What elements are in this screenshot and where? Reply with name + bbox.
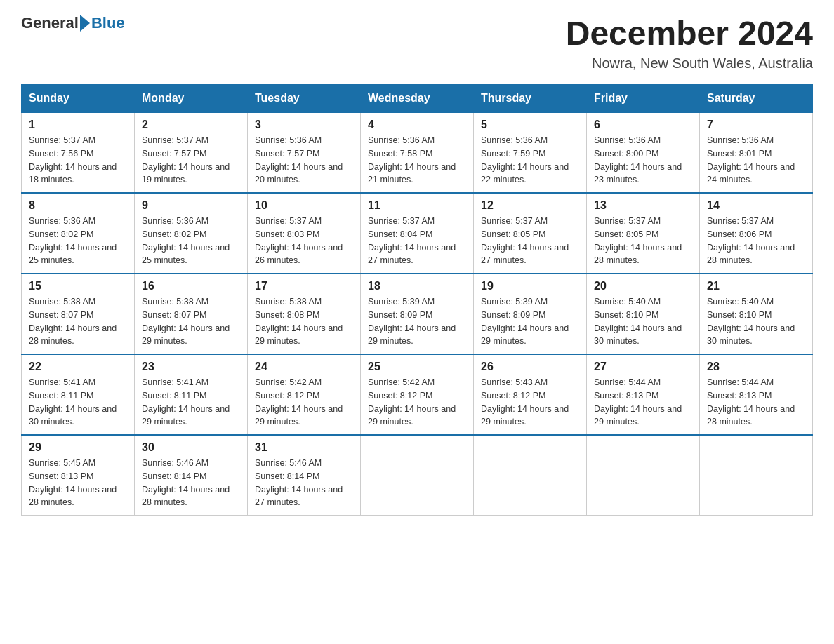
calendar-cell: 10Sunrise: 5:37 AMSunset: 8:03 PMDayligh… <box>248 193 361 274</box>
day-number: 23 <box>142 361 240 373</box>
calendar-week-4: 22Sunrise: 5:41 AMSunset: 8:11 PMDayligh… <box>22 354 813 435</box>
calendar-header-thursday: Thursday <box>474 85 587 113</box>
calendar-cell: 5Sunrise: 5:36 AMSunset: 7:59 PMDaylight… <box>474 112 587 193</box>
calendar-cell: 22Sunrise: 5:41 AMSunset: 8:11 PMDayligh… <box>22 354 135 435</box>
day-info: Sunrise: 5:37 AMSunset: 7:56 PMDaylight:… <box>29 134 127 187</box>
day-number: 10 <box>255 199 353 212</box>
day-info: Sunrise: 5:46 AMSunset: 8:14 PMDaylight:… <box>255 457 353 509</box>
calendar-cell: 28Sunrise: 5:44 AMSunset: 8:13 PMDayligh… <box>700 354 813 435</box>
calendar-cell: 12Sunrise: 5:37 AMSunset: 8:05 PMDayligh… <box>474 193 587 274</box>
calendar-cell <box>587 435 700 516</box>
day-number: 26 <box>481 361 579 373</box>
logo-blue-text: Blue <box>91 14 125 32</box>
calendar-cell: 14Sunrise: 5:37 AMSunset: 8:06 PMDayligh… <box>700 193 813 274</box>
day-info: Sunrise: 5:36 AMSunset: 8:01 PMDaylight:… <box>707 134 805 187</box>
calendar-cell: 2Sunrise: 5:37 AMSunset: 7:57 PMDaylight… <box>135 112 248 193</box>
calendar-header-wednesday: Wednesday <box>361 85 474 113</box>
day-number: 24 <box>255 361 353 373</box>
calendar-cell: 27Sunrise: 5:44 AMSunset: 8:13 PMDayligh… <box>587 354 700 435</box>
day-info: Sunrise: 5:41 AMSunset: 8:11 PMDaylight:… <box>142 376 240 429</box>
day-number: 22 <box>29 361 127 373</box>
day-info: Sunrise: 5:37 AMSunset: 8:05 PMDaylight:… <box>594 215 692 267</box>
calendar-table: SundayMondayTuesdayWednesdayThursdayFrid… <box>21 84 813 516</box>
calendar-cell: 17Sunrise: 5:38 AMSunset: 8:08 PMDayligh… <box>248 274 361 354</box>
day-info: Sunrise: 5:36 AMSunset: 7:57 PMDaylight:… <box>255 134 353 187</box>
day-number: 18 <box>368 280 466 293</box>
day-number: 1 <box>29 119 127 131</box>
calendar-cell: 23Sunrise: 5:41 AMSunset: 8:11 PMDayligh… <box>135 354 248 435</box>
day-info: Sunrise: 5:44 AMSunset: 8:13 PMDaylight:… <box>594 376 692 429</box>
day-info: Sunrise: 5:36 AMSunset: 8:00 PMDaylight:… <box>594 134 692 187</box>
calendar-header-row: SundayMondayTuesdayWednesdayThursdayFrid… <box>22 85 813 113</box>
day-number: 20 <box>594 280 692 293</box>
calendar-week-1: 1Sunrise: 5:37 AMSunset: 7:56 PMDaylight… <box>22 112 813 193</box>
day-number: 31 <box>255 441 353 454</box>
calendar-cell: 9Sunrise: 5:36 AMSunset: 8:02 PMDaylight… <box>135 193 248 274</box>
day-info: Sunrise: 5:44 AMSunset: 8:13 PMDaylight:… <box>707 376 805 429</box>
calendar-cell: 8Sunrise: 5:36 AMSunset: 8:02 PMDaylight… <box>22 193 135 274</box>
day-number: 29 <box>29 441 127 454</box>
day-info: Sunrise: 5:40 AMSunset: 8:10 PMDaylight:… <box>707 295 805 348</box>
day-number: 5 <box>481 119 579 131</box>
day-info: Sunrise: 5:37 AMSunset: 8:04 PMDaylight:… <box>368 215 466 267</box>
calendar-cell: 26Sunrise: 5:43 AMSunset: 8:12 PMDayligh… <box>474 354 587 435</box>
calendar-header-monday: Monday <box>135 85 248 113</box>
day-info: Sunrise: 5:37 AMSunset: 8:06 PMDaylight:… <box>707 215 805 267</box>
day-info: Sunrise: 5:39 AMSunset: 8:09 PMDaylight:… <box>368 295 466 348</box>
calendar-cell: 13Sunrise: 5:37 AMSunset: 8:05 PMDayligh… <box>587 193 700 274</box>
day-number: 8 <box>29 199 127 212</box>
day-info: Sunrise: 5:42 AMSunset: 8:12 PMDaylight:… <box>368 376 466 429</box>
calendar-week-2: 8Sunrise: 5:36 AMSunset: 8:02 PMDaylight… <box>22 193 813 274</box>
calendar-cell: 1Sunrise: 5:37 AMSunset: 7:56 PMDaylight… <box>22 112 135 193</box>
calendar-cell: 24Sunrise: 5:42 AMSunset: 8:12 PMDayligh… <box>248 354 361 435</box>
day-number: 14 <box>707 199 805 212</box>
day-info: Sunrise: 5:38 AMSunset: 8:07 PMDaylight:… <box>142 295 240 348</box>
calendar-cell <box>474 435 587 516</box>
logo-general-text: General <box>21 14 79 32</box>
day-number: 16 <box>142 280 240 293</box>
calendar-cell: 11Sunrise: 5:37 AMSunset: 8:04 PMDayligh… <box>361 193 474 274</box>
title-area: December 2024 Nowra, New South Wales, Au… <box>566 14 813 72</box>
calendar-cell: 25Sunrise: 5:42 AMSunset: 8:12 PMDayligh… <box>361 354 474 435</box>
day-info: Sunrise: 5:41 AMSunset: 8:11 PMDaylight:… <box>29 376 127 429</box>
day-number: 19 <box>481 280 579 293</box>
page-title: December 2024 <box>566 14 813 53</box>
calendar-cell: 31Sunrise: 5:46 AMSunset: 8:14 PMDayligh… <box>248 435 361 516</box>
calendar-cell: 19Sunrise: 5:39 AMSunset: 8:09 PMDayligh… <box>474 274 587 354</box>
day-info: Sunrise: 5:39 AMSunset: 8:09 PMDaylight:… <box>481 295 579 348</box>
calendar-cell: 20Sunrise: 5:40 AMSunset: 8:10 PMDayligh… <box>587 274 700 354</box>
day-info: Sunrise: 5:38 AMSunset: 8:08 PMDaylight:… <box>255 295 353 348</box>
day-number: 6 <box>594 119 692 131</box>
day-info: Sunrise: 5:40 AMSunset: 8:10 PMDaylight:… <box>594 295 692 348</box>
day-info: Sunrise: 5:37 AMSunset: 7:57 PMDaylight:… <box>142 134 240 187</box>
calendar-cell: 3Sunrise: 5:36 AMSunset: 7:57 PMDaylight… <box>248 112 361 193</box>
day-number: 11 <box>368 199 466 212</box>
calendar-header-friday: Friday <box>587 85 700 113</box>
page-subtitle: Nowra, New South Wales, Australia <box>566 55 813 72</box>
day-number: 15 <box>29 280 127 293</box>
day-number: 4 <box>368 119 466 131</box>
calendar-cell: 21Sunrise: 5:40 AMSunset: 8:10 PMDayligh… <box>700 274 813 354</box>
calendar-cell: 29Sunrise: 5:45 AMSunset: 8:13 PMDayligh… <box>22 435 135 516</box>
day-number: 12 <box>481 199 579 212</box>
day-number: 2 <box>142 119 240 131</box>
day-info: Sunrise: 5:42 AMSunset: 8:12 PMDaylight:… <box>255 376 353 429</box>
calendar-cell: 16Sunrise: 5:38 AMSunset: 8:07 PMDayligh… <box>135 274 248 354</box>
day-info: Sunrise: 5:36 AMSunset: 8:02 PMDaylight:… <box>142 215 240 267</box>
calendar-week-3: 15Sunrise: 5:38 AMSunset: 8:07 PMDayligh… <box>22 274 813 354</box>
day-info: Sunrise: 5:43 AMSunset: 8:12 PMDaylight:… <box>481 376 579 429</box>
day-number: 27 <box>594 361 692 373</box>
calendar-cell: 18Sunrise: 5:39 AMSunset: 8:09 PMDayligh… <box>361 274 474 354</box>
calendar-cell: 30Sunrise: 5:46 AMSunset: 8:14 PMDayligh… <box>135 435 248 516</box>
day-number: 9 <box>142 199 240 212</box>
calendar-header-tuesday: Tuesday <box>248 85 361 113</box>
calendar-cell: 15Sunrise: 5:38 AMSunset: 8:07 PMDayligh… <box>22 274 135 354</box>
day-number: 21 <box>707 280 805 293</box>
day-number: 25 <box>368 361 466 373</box>
day-info: Sunrise: 5:46 AMSunset: 8:14 PMDaylight:… <box>142 457 240 509</box>
logo-triangle-icon <box>80 15 90 32</box>
day-number: 3 <box>255 119 353 131</box>
calendar-cell <box>361 435 474 516</box>
day-info: Sunrise: 5:37 AMSunset: 8:03 PMDaylight:… <box>255 215 353 267</box>
day-number: 28 <box>707 361 805 373</box>
